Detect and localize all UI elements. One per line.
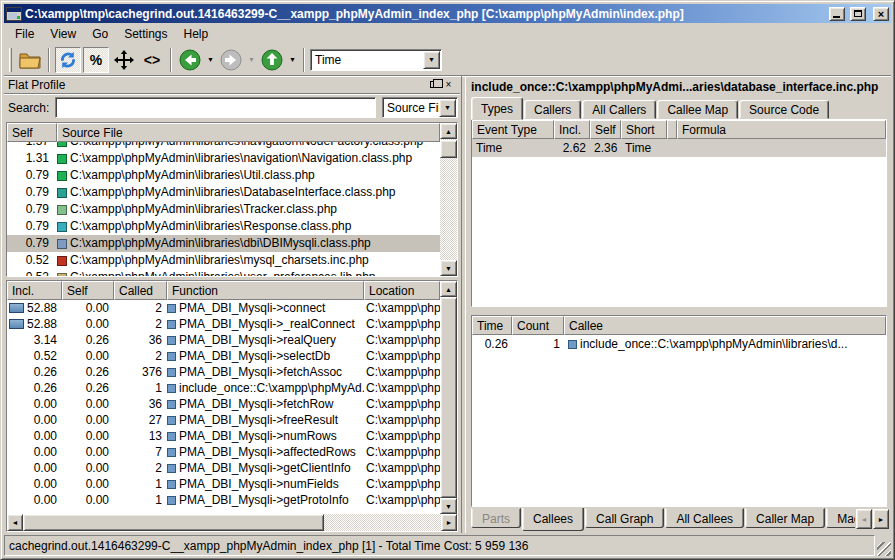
source-file-row[interactable]: 0.79C:\xampp\phpMyAdmin\libraries\Tracke… [7, 201, 440, 218]
function-row[interactable]: 0.000.002PMA_DBI_Mysqli->getClientInfoC:… [7, 460, 440, 476]
tab-callees[interactable]: Callees [522, 508, 584, 531]
function-row[interactable]: 0.000.001PMA_DBI_Mysqli->numFieldsC:\xam… [7, 476, 440, 492]
source-file-row[interactable]: 0.79C:\xampp\phpMyAdmin\libraries\Databa… [7, 184, 440, 201]
column-header-event-type[interactable]: Event Type [472, 120, 554, 139]
detail-splitter[interactable] [469, 308, 889, 314]
tab-scroll-right-icon[interactable]: ► [873, 509, 889, 529]
dock-close-button[interactable]: × [441, 78, 456, 91]
function-row[interactable]: 0.260.26376PMA_DBI_Mysqli->fetchAssocC:\… [7, 364, 440, 380]
resize-grip-icon[interactable] [877, 542, 891, 556]
tab-all-callees[interactable]: All Callees [665, 508, 744, 528]
column-header-location[interactable]: Location [364, 281, 440, 300]
function-row[interactable]: 52.880.002PMA_DBI_Mysqli->connectC:\xamp… [7, 300, 440, 316]
column-header-self[interactable]: Self [590, 120, 621, 139]
search-input[interactable] [55, 97, 376, 118]
column-header-self[interactable]: Self [7, 123, 57, 142]
count-value: 1 [512, 335, 564, 353]
scroll-up-icon[interactable]: ▲ [440, 123, 457, 139]
vertical-scrollbar[interactable]: ▲ ▼ [440, 281, 457, 514]
scroll-up-icon[interactable]: ▲ [440, 281, 457, 297]
scroll-right-icon[interactable]: ► [441, 514, 457, 531]
short-value: Time [621, 139, 667, 157]
refresh-button[interactable] [55, 47, 81, 73]
column-header-time[interactable]: Time [472, 316, 512, 335]
open-file-button[interactable] [17, 47, 43, 73]
file-color-icon [57, 256, 67, 266]
percent-toggle-button[interactable]: % [83, 47, 109, 73]
up-button[interactable] [259, 47, 285, 73]
dock-title-bar: Flat Profile × [4, 76, 460, 94]
toolbar-grip[interactable] [9, 48, 12, 72]
maximize-button[interactable] [850, 7, 866, 21]
scroll-down-icon[interactable]: ▼ [440, 260, 457, 276]
column-header-self[interactable]: Self [62, 281, 114, 300]
column-header-count[interactable]: Count [512, 316, 564, 335]
refresh-icon [58, 50, 78, 70]
column-header-function[interactable]: Function [167, 281, 364, 300]
scrollbar-thumb[interactable] [440, 140, 457, 158]
back-dropdown-caret[interactable]: ▼ [205, 47, 216, 73]
forward-button[interactable] [218, 47, 244, 73]
column-header-short[interactable]: Short [621, 120, 667, 139]
tab-all-callers[interactable]: All Callers [582, 100, 656, 119]
tab-call-graph[interactable]: Call Graph [585, 508, 664, 528]
event-type-combobox[interactable]: Time ▼ [310, 49, 440, 71]
menu-file[interactable]: File [8, 25, 41, 43]
column-header-source-file[interactable]: Source File [57, 123, 440, 142]
function-row[interactable]: 52.880.002PMA_DBI_Mysqli->_realConnectC:… [7, 316, 440, 332]
column-header-callee[interactable]: Callee [564, 316, 886, 335]
function-row[interactable]: 0.000.0036PMA_DBI_Mysqli->fetchRowC:\xam… [7, 396, 440, 412]
up-dropdown-caret[interactable]: ▼ [287, 47, 298, 73]
status-text: cachegrind.out.1416463299-C__xampp_phpMy… [4, 535, 875, 556]
menu-help[interactable]: Help [177, 25, 216, 43]
menu-settings[interactable]: Settings [117, 25, 174, 43]
column-header-formula[interactable]: Formula [677, 120, 886, 139]
event-type-row[interactable]: Time2.622.36Time [472, 139, 886, 157]
function-row[interactable]: 0.000.001PMA_DBI_Mysqli->getProtoInfoC:\… [7, 492, 440, 508]
source-file-row[interactable]: 0.52C:\xampp\phpMyAdmin\libraries\user_p… [7, 269, 440, 276]
file-path: C:\xampp\phpMyAdmin\libraries\mysql_char… [70, 252, 369, 269]
dock-float-button[interactable] [426, 78, 441, 91]
scroll-down-icon[interactable]: ▼ [440, 498, 457, 514]
function-row[interactable]: 0.000.0013PMA_DBI_Mysqli->numRowsC:\xamp… [7, 428, 440, 444]
function-row[interactable]: 0.520.002PMA_DBI_Mysqli->selectDbC:\xamp… [7, 348, 440, 364]
horizontal-scrollbar[interactable]: ◄ ► [7, 514, 457, 531]
callee-row[interactable]: 0.261include_once::C:\xampp\phpMyAdmin\l… [472, 335, 886, 353]
vertical-scrollbar[interactable]: ▲ ▼ [440, 123, 457, 276]
scrollbar-thumb[interactable] [23, 514, 324, 531]
tab-types[interactable]: Types [471, 97, 523, 120]
function-row[interactable]: 0.260.261include_once::C:\xampp\phpMyAd.… [7, 380, 440, 396]
menu-go[interactable]: Go [85, 25, 115, 43]
minimize-button[interactable] [829, 7, 845, 21]
scroll-left-icon[interactable]: ◄ [7, 514, 23, 531]
scrollbar-thumb[interactable] [440, 297, 457, 498]
cost-bar-icon [9, 303, 24, 313]
menu-view[interactable]: View [43, 25, 83, 43]
detail-tabs: TypesCallersAll CallersCallee MapSource … [469, 96, 889, 119]
tab-caller-map[interactable]: Caller Map [745, 508, 825, 528]
close-button[interactable]: × [873, 7, 889, 21]
source-file-row[interactable]: 0.79C:\xampp\phpMyAdmin\libraries\Util.c… [7, 167, 440, 184]
file-color-icon [57, 188, 67, 198]
combo-dropdown-icon[interactable]: ▼ [423, 51, 440, 69]
function-row[interactable]: 0.000.007PMA_DBI_Mysqli->affectedRowsC:\… [7, 444, 440, 460]
source-file-row[interactable]: 1.57C:\xampp\phpMyAdmin\libraries\naviga… [7, 142, 440, 150]
tab-callee-map[interactable]: Callee Map [657, 100, 738, 119]
column-header-incl[interactable]: Incl. [554, 120, 590, 139]
source-file-row[interactable]: 0.79C:\xampp\phpMyAdmin\libraries\Respon… [7, 218, 440, 235]
back-button[interactable] [177, 47, 203, 73]
cycle-detection-button[interactable]: <> [139, 47, 165, 73]
column-header-called[interactable]: Called [114, 281, 167, 300]
source-file-row[interactable]: 1.31C:\xampp\phpMyAdmin\libraries\naviga… [7, 150, 440, 167]
grouping-combobox[interactable]: Source File ▼ [382, 97, 456, 119]
function-row[interactable]: 3.140.2636PMA_DBI_Mysqli->realQueryC:\xa… [7, 332, 440, 348]
combo-dropdown-icon[interactable]: ▼ [439, 99, 456, 117]
function-row[interactable]: 0.000.0027PMA_DBI_Mysqli->freeResultC:\x… [7, 412, 440, 428]
tab-source-code[interactable]: Source Code [739, 100, 829, 119]
dock-move-button[interactable] [111, 47, 137, 73]
panel-splitter[interactable] [461, 76, 466, 533]
source-file-row[interactable]: 0.52C:\xampp\phpMyAdmin\libraries\mysql_… [7, 252, 440, 269]
source-file-row[interactable]: 0.79C:\xampp\phpMyAdmin\libraries\dbi\DB… [7, 235, 440, 252]
column-header-incl[interactable]: Incl. [7, 281, 62, 300]
tab-callers[interactable]: Callers [524, 100, 581, 119]
